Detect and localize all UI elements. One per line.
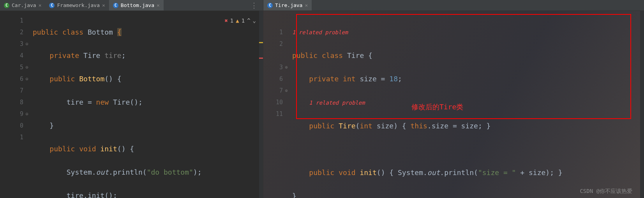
close-icon[interactable]: × <box>305 2 308 8</box>
warning-marker[interactable] <box>259 42 263 43</box>
close-icon[interactable]: × <box>157 2 160 8</box>
tab-car[interactable]: C Car.java × <box>0 0 45 11</box>
tab-framework[interactable]: C Framework.java × <box>45 0 109 11</box>
error-marker[interactable] <box>259 58 263 59</box>
right-marker-bar[interactable] <box>640 11 644 198</box>
java-class-icon: C <box>267 3 273 8</box>
left-gutter: 12345678901 <box>0 11 23 198</box>
close-icon[interactable]: × <box>102 2 105 8</box>
right-editor[interactable]: 012 3671011 ⊕⊕ 1 related problem public … <box>263 11 644 198</box>
right-gutter: 012 3671011 <box>263 11 283 198</box>
fold-gutter-right: ⊕⊕ <box>283 11 290 198</box>
left-code-area[interactable]: public class Bottom { private Tire tire;… <box>30 11 259 198</box>
right-editor-pane: C Tire.java × 012 3671011 ⊕⊕ 1 related p… <box>263 0 644 198</box>
left-editor[interactable]: 12345678901 ⊖⊖⊖⊖ public class Bottom { p… <box>0 11 263 198</box>
java-class-icon: C <box>49 3 55 8</box>
chevron-down-icon[interactable]: ⌄ <box>253 15 256 26</box>
java-class-icon: C <box>113 3 118 8</box>
tab-label: Car.java <box>12 2 36 8</box>
more-tabs-icon[interactable]: ⋮ <box>251 1 258 9</box>
close-icon[interactable]: × <box>39 2 42 8</box>
java-class-icon: C <box>4 3 9 8</box>
warning-count: 1 <box>242 15 245 26</box>
warning-icon: ▲ <box>236 15 239 26</box>
error-icon: ✖ <box>224 15 228 26</box>
tab-label: Bottom.java <box>121 2 154 8</box>
tab-bottom[interactable]: C Bottom.java × <box>109 0 164 11</box>
problem-hint[interactable]: 1 related problem <box>292 26 640 38</box>
problem-hint[interactable]: 1 related problem <box>309 100 365 106</box>
fold-gutter: ⊖⊖⊖⊖ <box>23 11 30 198</box>
chevron-up-icon[interactable]: ^ <box>247 15 250 26</box>
tab-label: Tire.java <box>275 2 302 8</box>
right-code-area[interactable]: 1 related problem public class Tire { pr… <box>290 11 640 198</box>
left-editor-pane: C Car.java × C Framework.java × C Bottom… <box>0 0 263 198</box>
left-marker-bar[interactable] <box>259 11 263 198</box>
inspection-widget[interactable]: ✖1 ▲1 ^ ⌄ <box>224 15 256 26</box>
right-tabbar: C Tire.java × <box>263 0 644 11</box>
error-count: 1 <box>230 15 233 26</box>
annotation-label: 修改后的Tire类 <box>411 102 463 112</box>
tab-tire[interactable]: C Tire.java × <box>263 0 312 11</box>
watermark: CSDN @你不应该热爱 <box>580 188 632 195</box>
left-tabbar: C Car.java × C Framework.java × C Bottom… <box>0 0 263 11</box>
tab-label: Framework.java <box>57 2 100 8</box>
